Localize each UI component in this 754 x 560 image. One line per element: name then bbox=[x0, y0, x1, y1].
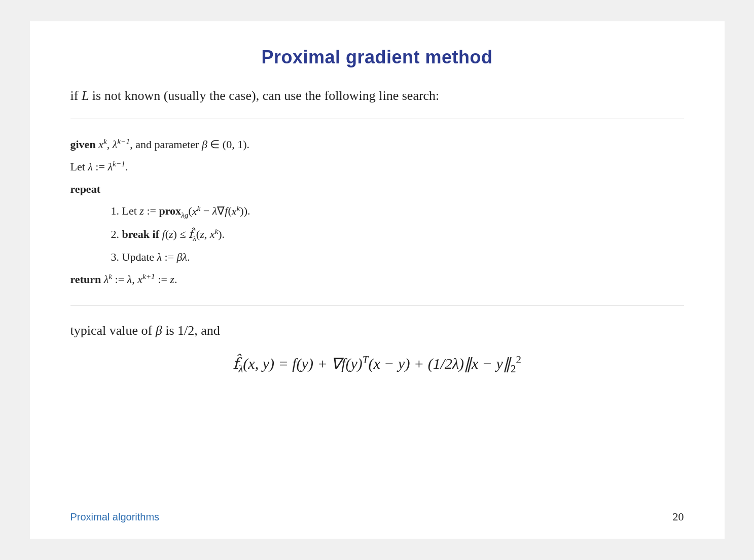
footer-left-label: Proximal algorithms bbox=[70, 511, 160, 523]
typical-paragraph: typical value of β is 1/2, and bbox=[70, 323, 684, 338]
alg-given: given xk, λk−1, and parameter β ∈ (0, 1)… bbox=[70, 134, 684, 155]
alg-step3: 3. Update λ := βλ. bbox=[111, 247, 684, 267]
formula-container: f̂λ(x, y) = f(y) + ∇f(y)T(x − y) + (1/2λ… bbox=[70, 354, 684, 375]
footer-page-number: 20 bbox=[673, 510, 684, 523]
slide: Proximal gradient method if L is not kno… bbox=[30, 21, 725, 539]
alg-repeat: repeat bbox=[70, 179, 684, 199]
divider-top bbox=[70, 119, 684, 119]
footer: Proximal algorithms 20 bbox=[70, 510, 684, 523]
alg-return: return λk := λ, xk+1 := z. bbox=[70, 269, 684, 290]
alg-step1: 1. Let z := proxλg(xk − λ∇f(xk)). bbox=[111, 201, 684, 222]
intro-paragraph: if L is not known (usually the case), ca… bbox=[70, 88, 684, 103]
algorithm-box: given xk, λk−1, and parameter β ∈ (0, 1)… bbox=[70, 134, 684, 290]
slide-title: Proximal gradient method bbox=[70, 47, 684, 68]
alg-step2: 2. break if f(z) ≤ f̂λ(z, xk). bbox=[111, 224, 684, 245]
alg-let: Let λ := λk−1. bbox=[70, 157, 684, 177]
main-formula: f̂λ(x, y) = f(y) + ∇f(y)T(x − y) + (1/2λ… bbox=[233, 354, 521, 375]
divider-bottom bbox=[70, 305, 684, 305]
